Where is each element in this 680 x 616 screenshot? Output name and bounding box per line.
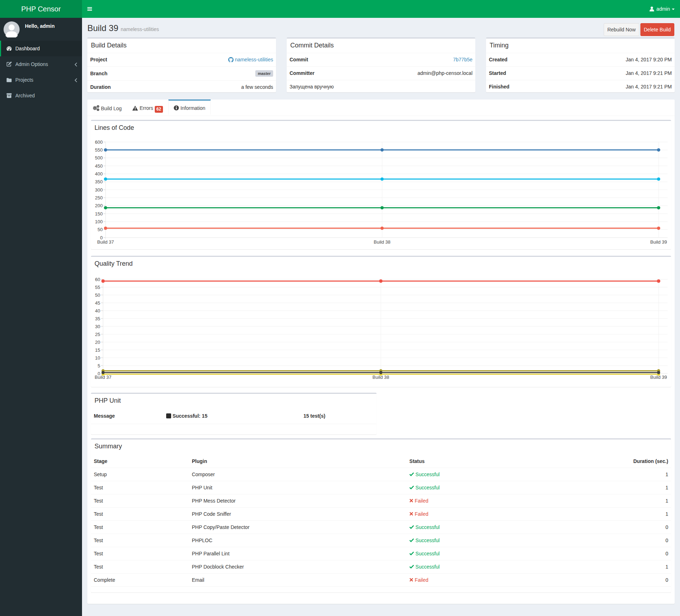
svg-text:55: 55 (95, 285, 100, 290)
svg-text:5: 5 (98, 363, 100, 368)
svg-text:550: 550 (95, 147, 103, 153)
svg-text:45: 45 (95, 300, 100, 306)
svg-text:35: 35 (95, 316, 100, 321)
svg-text:Build 38: Build 38 (374, 239, 390, 245)
svg-text:20: 20 (95, 340, 100, 345)
svg-text:450: 450 (95, 163, 103, 169)
svg-text:40: 40 (95, 308, 100, 314)
svg-text:60: 60 (95, 277, 100, 282)
svg-text:300: 300 (95, 187, 103, 193)
svg-text:Build 39: Build 39 (650, 239, 667, 245)
svg-text:600: 600 (95, 139, 103, 145)
svg-text:200: 200 (95, 203, 103, 208)
svg-text:30: 30 (95, 324, 100, 329)
svg-text:15: 15 (95, 347, 100, 353)
svg-text:50: 50 (98, 227, 103, 232)
svg-text:400: 400 (95, 171, 103, 177)
svg-text:150: 150 (95, 211, 103, 217)
svg-text:25: 25 (95, 332, 100, 337)
svg-text:100: 100 (95, 219, 103, 224)
svg-text:10: 10 (95, 355, 100, 361)
svg-text:350: 350 (95, 179, 103, 184)
svg-text:Build 37: Build 37 (97, 239, 114, 245)
svg-text:500: 500 (95, 155, 103, 161)
svg-text:50: 50 (95, 292, 100, 298)
svg-text:250: 250 (95, 195, 103, 200)
